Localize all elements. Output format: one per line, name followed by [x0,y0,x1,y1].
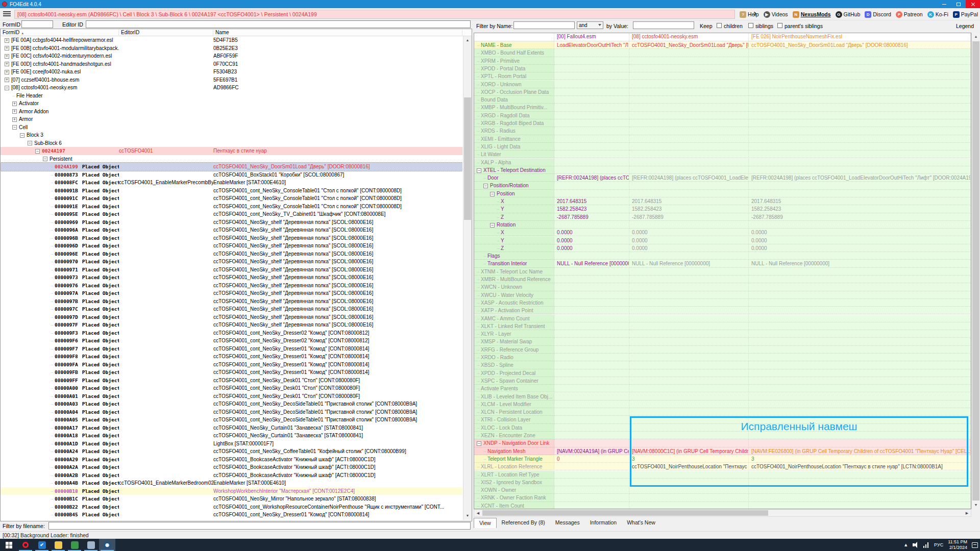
grid-cell[interactable] [749,182,971,189]
toolbar-link-github[interactable]: GGitHub [836,11,861,18]
tree-row[interactable]: ···File Header [1,92,462,100]
grid-row[interactable]: ···XOCP - Occlusion Plane Data [474,88,971,96]
grid-row[interactable]: ···XWCU - Water Velocity [474,291,971,299]
grid-cell[interactable] [629,112,749,119]
grid-cell[interactable] [629,127,749,135]
grid-cell[interactable]: 0.0000 [629,237,749,244]
grid-cell[interactable] [629,377,749,385]
tree-row[interactable]: ···080009F8Placed ObjectccTOSFO4001_cont… [1,353,462,361]
grid-cell[interactable] [629,393,749,400]
tree-row[interactable]: ···0800091EPlaced ObjectccTOSFO4001_cont… [1,203,462,211]
grid-cell[interactable] [749,361,971,369]
grid-row[interactable]: ···Z-2687.785889-2687.785889-2687.785889 [474,213,971,221]
tab-information[interactable]: Information [585,518,622,528]
grid-cell[interactable] [629,385,749,392]
tree-row[interactable]: ···080009F7Placed ObjectccTOSFO4001_cont… [1,345,462,353]
grid-cell[interactable] [749,400,971,408]
grid-row[interactable]: ···XRGB - Ragdoll Biped Data [474,119,971,127]
expand-icon[interactable]: + [5,54,9,59]
grid-cell[interactable] [554,424,629,432]
editorid-input[interactable] [86,20,471,28]
grid-cell[interactable] [554,112,629,119]
grid-cell[interactable] [749,502,971,509]
grid-row[interactable]: ···XLIB - Leveled Item Base Obj... [474,393,971,400]
grid-cell[interactable] [629,49,749,57]
grid-cell[interactable] [749,104,971,111]
grid-cell[interactable] [554,291,629,299]
grid-cell[interactable]: [REFR:0024A198] (places ccTOSF... [554,174,629,182]
grid-cell[interactable] [554,432,629,439]
grid-cell[interactable] [554,104,629,111]
collapse-icon[interactable]: − [483,184,488,188]
grid-row[interactable]: ···XEMI - Emittance [474,135,971,143]
grid-row[interactable]: ···XASP - Acoustic Restriction [474,299,971,307]
volume-icon[interactable] [913,542,919,548]
grid-row[interactable]: ···Y0.00000.00000.0000 [474,237,971,244]
grid-row[interactable]: ···XPOD - Portal Data [474,65,971,72]
expand-icon[interactable]: + [12,117,17,122]
grid-cell[interactable] [749,112,971,119]
grid-cell[interactable] [749,315,971,322]
filter-value-input[interactable] [633,21,694,29]
grid-cell[interactable] [554,221,629,229]
grid-cell[interactable] [554,151,629,158]
grid-cell[interactable]: [REFR:0024A198] (places ccTOSFO4001_Load… [629,174,749,182]
collapse-icon[interactable]: − [490,223,495,228]
grid-cell[interactable] [749,127,971,135]
grid-row[interactable]: ···XLCN - Persistent Location [474,408,971,416]
grid-cell[interactable] [554,400,629,408]
grid-row[interactable]: ···NAME - BaseLoadElevatorDoorOutHiTech … [474,41,971,49]
grid-header-navmeshfix[interactable]: [FE 026] NoirPenthouseNavmeshFix.esl [749,34,971,41]
grid-row[interactable]: ···XCNT - Item Count [474,502,971,509]
keep-siblings-checkbox[interactable] [748,23,753,28]
chevron-up-icon[interactable]: ▲ [903,542,908,547]
scroll-right-icon[interactable]: ▶ [963,510,971,516]
grid-cell[interactable] [554,463,629,470]
grid-cell[interactable] [629,166,749,174]
grid-cell[interactable] [554,408,629,416]
grid-cell[interactable] [554,49,629,57]
grid-cell[interactable]: [REFR:0024A198] (places ccTOSFO4001_Load… [749,174,971,182]
toolbar-link-kofi[interactable]: KKo-Fi [927,11,948,18]
grid-cell[interactable] [629,221,749,229]
grid-cell[interactable] [554,166,629,174]
tree-row[interactable]: ···08000A29Placed ObjectccTOSFO4001_Book… [1,456,462,464]
grid-row[interactable]: ···XBSD - Spline [474,361,971,369]
grid-row[interactable]: ···X2017.6483152017.6483152017.648315 [474,197,971,205]
tree-row[interactable]: ···08000A1DPlaced ObjectLightBox [STAT:0… [1,440,462,448]
grid-cell[interactable] [749,252,971,260]
scroll-thumb[interactable] [464,97,471,220]
grid-cell[interactable] [629,494,749,502]
grid-cell[interactable] [749,96,971,104]
tab-view[interactable]: View [474,518,497,528]
grid-cell[interactable] [554,315,629,322]
grid-row[interactable]: ···X0.00000.00000.0000 [474,229,971,236]
grid-row[interactable]: ···XTNM - Teleport Loc Name [474,268,971,276]
grid-cell[interactable] [629,104,749,111]
scroll-up-icon[interactable]: ▲ [972,33,980,41]
grid-row[interactable]: ···XRDO - Radio [474,354,971,361]
grid-cell[interactable] [629,346,749,354]
grid-cell[interactable] [749,57,971,65]
collapse-icon[interactable]: − [12,125,17,130]
close-button[interactable] [966,0,980,8]
column-header-editorid[interactable]: EditorID [119,30,213,36]
grid-cell[interactable] [554,57,629,65]
grid-cell[interactable] [629,252,749,260]
grid-cell[interactable]: 0.0000 [629,229,749,236]
toolbar-link-nexusmods[interactable]: NNexusMods [793,11,831,18]
grid-cell[interactable] [554,127,629,135]
tree-row[interactable]: ···08000A2APlaced ObjectccTOSFO4001_Book… [1,463,462,471]
legend-link[interactable]: Legend [956,23,974,29]
column-header-name[interactable]: Name [213,30,462,36]
grid-cell[interactable] [749,369,971,377]
grid-cell[interactable]: 2017.648315 [749,197,971,205]
grid-cell[interactable] [629,338,749,345]
grid-cell[interactable] [554,159,629,166]
tree-row[interactable]: ···08000873Placed ObjectccTOSFO4001_BoxS… [1,171,462,179]
grid-header-neosky[interactable]: [08] cctosfo4001-neosky.esm [629,34,749,41]
tree-row[interactable]: ···08000971Placed ObjectccTOSFO4001_NeoS… [1,266,462,274]
grid-cell[interactable] [749,81,971,88]
taskbar-clock[interactable]: 11:51 PM 2/1/2024 [948,539,967,550]
grid-cell[interactable] [749,322,971,330]
